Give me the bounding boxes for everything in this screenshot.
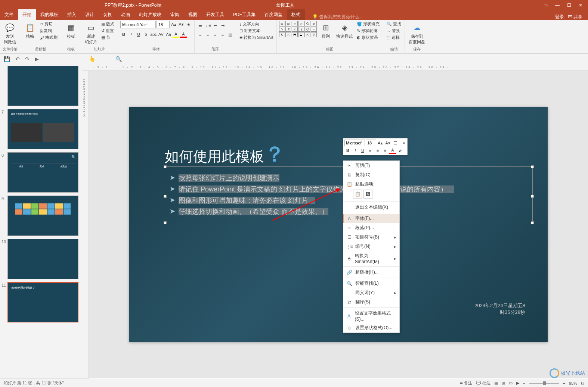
send-wechat-button[interactable]: 💬发送 到微信 [2, 21, 18, 46]
view-normal-icon[interactable]: ▦ [494, 381, 498, 386]
tab-home[interactable]: 开始 [18, 9, 36, 20]
view-slideshow-icon[interactable]: ▶ [516, 381, 519, 386]
align-center-button[interactable]: ≡ [204, 31, 211, 38]
shrink-font-button[interactable]: A▾ [178, 21, 185, 28]
slide-canvas[interactable]: 如何使用此模板？ 按照每张幻灯片上的说明创建演示 请记住 PowerPoint … [129, 107, 548, 342]
format-painter-button[interactable]: 🖌格式刷 [39, 34, 59, 41]
strike-button[interactable]: S [143, 31, 149, 38]
zoom-out-icon[interactable]: − [523, 381, 525, 386]
reset-button[interactable]: ↺重置 [100, 28, 115, 34]
slide-thumbnail-panel[interactable]: 7选择下面到现实效果的标题 8🔍项目完成未完成 9 10 11如何使用此模板？ [0, 64, 82, 378]
mini-font-name[interactable] [344, 140, 365, 146]
tab-review[interactable]: 审阅 [166, 9, 184, 20]
find-button[interactable]: 🔍查找 [386, 21, 402, 27]
minimize-icon[interactable]: — [555, 3, 560, 8]
tab-pdf[interactable]: PDF工具集 [229, 9, 260, 20]
thumb-8[interactable]: 🔍项目完成未完成 [7, 152, 78, 193]
menu-text-effect[interactable]: A设置文字效果格式(S)... [343, 309, 399, 323]
mini-color[interactable]: A [389, 147, 396, 154]
qat-slideshow-icon[interactable]: ▶ [35, 56, 39, 62]
tab-file[interactable]: 文件 [0, 9, 18, 20]
thumb-11[interactable]: 如何使用此模板？ [7, 282, 78, 322]
shape-outline-button[interactable]: ✎形状轮廓 [356, 28, 381, 34]
new-slide-button[interactable]: ▭新建 幻灯片 [83, 21, 99, 46]
indent-inc-button[interactable]: ⇥ [219, 22, 226, 29]
menu-paragraph[interactable]: ≡段落(P)... [343, 223, 399, 232]
underline-button[interactable]: U [135, 31, 142, 38]
maximize-icon[interactable]: ☐ [567, 3, 571, 8]
qat-undo-icon[interactable]: ↶ [15, 56, 20, 62]
view-reading-icon[interactable]: ▭ [509, 381, 513, 386]
shape-effect-button[interactable]: ◐形状效果 [356, 34, 381, 41]
mini-brush[interactable]: 🖌 [397, 147, 403, 154]
mini-bold[interactable]: B [344, 147, 351, 154]
tab-animation[interactable]: 动画 [117, 9, 134, 20]
font-size-input[interactable] [157, 21, 170, 28]
clear-format-button[interactable]: ◈ [185, 21, 192, 28]
quick-style-button[interactable]: ◈快速样式 [335, 21, 354, 40]
menu-translate[interactable]: ⇄翻译(S) [343, 297, 399, 307]
section-button[interactable]: ▤节 [100, 34, 115, 41]
mini-align[interactable]: ≡ [367, 147, 374, 154]
menu-smart-lookup[interactable]: 🔍智能查找(L) [343, 279, 399, 288]
tab-transition[interactable]: 切换 [99, 9, 117, 20]
replace-button[interactable]: ↔替换 [386, 28, 402, 34]
cut-button[interactable]: ✂剪切 [39, 21, 59, 27]
numbering-button[interactable]: ⋮≡ [204, 22, 211, 29]
status-notes-button[interactable]: ≐ 备注 [459, 380, 472, 386]
status-comments-button[interactable]: 💬 批注 [476, 380, 490, 386]
menu-exit-edit[interactable]: 退出文本编辑(X) [343, 203, 399, 212]
zoom-slider[interactable] [529, 383, 559, 384]
paste-button[interactable]: 📋粘贴 [22, 21, 37, 40]
bullets-button[interactable]: ☰ [197, 22, 204, 29]
columns-button[interactable]: ▥ [227, 31, 233, 38]
tab-insert[interactable]: 插入 [63, 9, 81, 20]
menu-font[interactable]: A字体(F)...↖ [343, 214, 399, 223]
select-button[interactable]: ⬚选择 [386, 34, 402, 41]
mini-underline[interactable]: U [359, 147, 366, 154]
menu-cut[interactable]: ✂剪切(T) [343, 161, 399, 170]
qat-touch-icon[interactable]: 👆 [89, 56, 95, 62]
shadow-button[interactable]: abc [150, 31, 157, 38]
mini-grow-icon[interactable]: A▴ [377, 140, 384, 146]
bold-button[interactable]: B [120, 31, 127, 38]
menu-synonyms[interactable]: 同义词(Y)▶ [343, 288, 399, 297]
thumb-9[interactable] [7, 196, 78, 236]
text-direction-button[interactable]: ↕文字方向 [238, 21, 274, 27]
italic-button[interactable]: I [128, 31, 134, 38]
justify-button[interactable]: ≡ [219, 31, 226, 38]
tab-view[interactable]: 视图 [184, 9, 202, 20]
font-color-button[interactable]: A [180, 31, 187, 38]
zoom-level[interactable]: 95% [569, 381, 577, 386]
mini-indent-icon[interactable]: ⇥ [399, 140, 406, 146]
mini-font-size[interactable] [366, 140, 376, 146]
close-icon[interactable]: ✕ [579, 3, 582, 8]
ribbon-options-icon[interactable]: ▭ [544, 3, 548, 8]
indent-dec-button[interactable]: ⇤ [212, 22, 219, 29]
align-right-button[interactable]: ≡ [212, 31, 219, 38]
thumb-6[interactable] [7, 66, 78, 106]
menu-hyperlink[interactable]: 🔗超链接(H)... [343, 268, 399, 277]
thumb-10[interactable] [7, 239, 78, 279]
mini-toolbar[interactable]: A▴ A▾ ☰ ⇥ B I U ≡ ≡ ≡ A 🖌 [343, 138, 408, 155]
convert-smartart-button[interactable]: ⬘转换为 SmartArt [238, 34, 274, 41]
highlight-button[interactable]: A [173, 31, 179, 38]
mini-shrink-icon[interactable]: A▾ [384, 140, 391, 146]
menu-bullets[interactable]: ☰项目符号(B)▶ [343, 232, 399, 242]
tell-me-input[interactable]: 💡 告诉我您想要做什么… [312, 14, 364, 20]
layout-button[interactable]: ▦版式 [100, 21, 115, 27]
menu-smartart[interactable]: ⬘转换为 SmartArt(M)▶ [343, 251, 399, 266]
spacing-button[interactable]: AV [158, 31, 164, 38]
thumb-7[interactable]: 选择下面到现实效果的标题 [7, 109, 78, 149]
case-button[interactable]: Aa [165, 31, 172, 38]
share-button[interactable]: ⮹ 共享 [568, 14, 582, 20]
align-left-button[interactable]: ≡ [197, 31, 204, 38]
tab-dev[interactable]: 开发工具 [202, 9, 229, 20]
mini-align2[interactable]: ≡ [374, 147, 381, 154]
qat-save-icon[interactable]: 💾 [4, 56, 10, 62]
menu-numbering[interactable]: ⋮≡编号(N)▶ [343, 242, 399, 251]
qat-search-icon[interactable]: 🔍 [115, 56, 122, 62]
grow-font-button[interactable]: A▴ [170, 21, 177, 28]
copy-button[interactable]: ⎘复制 [39, 28, 59, 34]
view-sorter-icon[interactable]: ⊞ [502, 381, 505, 386]
